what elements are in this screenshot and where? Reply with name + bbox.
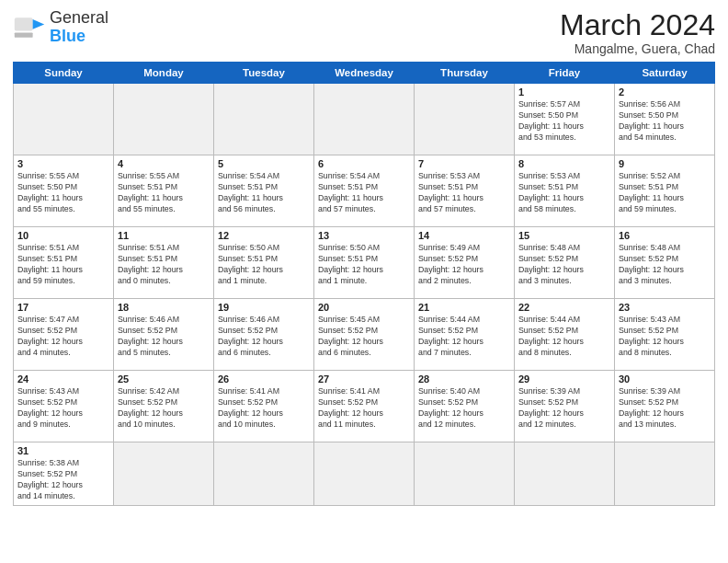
day-info: Sunrise: 5:51 AM Sunset: 5:51 PM Dayligh… xyxy=(118,243,210,287)
header-saturday: Saturday xyxy=(615,63,715,84)
day-info: Sunrise: 5:55 AM Sunset: 5:50 PM Dayligh… xyxy=(17,171,109,215)
header: GeneralBlue March 2024 Mangalme, Guera, … xyxy=(13,9,715,56)
day-number: 24 xyxy=(17,373,109,385)
day-info: Sunrise: 5:43 AM Sunset: 5:52 PM Dayligh… xyxy=(619,315,711,359)
weekday-header-row: Sunday Monday Tuesday Wednesday Thursday… xyxy=(14,63,715,84)
calendar-cell: 6Sunrise: 5:54 AM Sunset: 5:51 PM Daylig… xyxy=(314,155,415,227)
day-number: 20 xyxy=(318,302,410,313)
calendar-cell: 16Sunrise: 5:48 AM Sunset: 5:52 PM Dayli… xyxy=(615,227,715,299)
day-number: 4 xyxy=(118,158,210,169)
day-info: Sunrise: 5:48 AM Sunset: 5:52 PM Dayligh… xyxy=(619,243,711,287)
calendar-cell xyxy=(214,84,314,155)
day-info: Sunrise: 5:54 AM Sunset: 5:51 PM Dayligh… xyxy=(318,171,410,215)
calendar-cell: 30Sunrise: 5:39 AM Sunset: 5:52 PM Dayli… xyxy=(615,371,715,442)
location-subtitle: Mangalme, Guera, Chad xyxy=(560,41,715,56)
calendar-cell: 5Sunrise: 5:54 AM Sunset: 5:51 PM Daylig… xyxy=(214,155,314,227)
calendar-cell: 3Sunrise: 5:55 AM Sunset: 5:50 PM Daylig… xyxy=(14,155,114,227)
calendar-cell xyxy=(314,442,415,506)
calendar-cell: 26Sunrise: 5:41 AM Sunset: 5:52 PM Dayli… xyxy=(214,371,314,442)
calendar-cell: 9Sunrise: 5:52 AM Sunset: 5:51 PM Daylig… xyxy=(615,155,715,227)
day-info: Sunrise: 5:50 AM Sunset: 5:51 PM Dayligh… xyxy=(218,243,310,287)
day-number: 6 xyxy=(318,158,410,169)
day-number: 7 xyxy=(418,158,510,169)
logo-icon xyxy=(13,11,46,44)
calendar-cell: 22Sunrise: 5:44 AM Sunset: 5:52 PM Dayli… xyxy=(515,299,615,371)
calendar-cell xyxy=(114,442,214,506)
day-number: 12 xyxy=(218,230,310,241)
calendar-cell xyxy=(615,442,715,506)
calendar-cell: 17Sunrise: 5:47 AM Sunset: 5:52 PM Dayli… xyxy=(14,299,114,371)
day-number: 22 xyxy=(518,302,610,313)
day-info: Sunrise: 5:47 AM Sunset: 5:52 PM Dayligh… xyxy=(17,315,109,359)
day-info: Sunrise: 5:51 AM Sunset: 5:51 PM Dayligh… xyxy=(17,243,109,287)
calendar-cell: 8Sunrise: 5:53 AM Sunset: 5:51 PM Daylig… xyxy=(515,155,615,227)
header-wednesday: Wednesday xyxy=(314,63,415,84)
calendar-cell: 24Sunrise: 5:43 AM Sunset: 5:52 PM Dayli… xyxy=(14,371,114,442)
day-info: Sunrise: 5:53 AM Sunset: 5:51 PM Dayligh… xyxy=(418,171,510,215)
day-number: 5 xyxy=(218,158,310,169)
day-info: Sunrise: 5:53 AM Sunset: 5:51 PM Dayligh… xyxy=(518,171,610,215)
calendar-cell: 31Sunrise: 5:38 AM Sunset: 5:52 PM Dayli… xyxy=(14,442,114,506)
day-info: Sunrise: 5:41 AM Sunset: 5:52 PM Dayligh… xyxy=(318,386,410,431)
day-info: Sunrise: 5:57 AM Sunset: 5:50 PM Dayligh… xyxy=(518,99,610,144)
calendar-cell: 21Sunrise: 5:44 AM Sunset: 5:52 PM Dayli… xyxy=(415,299,515,371)
calendar-cell: 20Sunrise: 5:45 AM Sunset: 5:52 PM Dayli… xyxy=(314,299,415,371)
calendar-cell: 11Sunrise: 5:51 AM Sunset: 5:51 PM Dayli… xyxy=(114,227,214,299)
day-info: Sunrise: 5:41 AM Sunset: 5:52 PM Dayligh… xyxy=(218,386,310,431)
day-number: 17 xyxy=(17,302,109,313)
day-info: Sunrise: 5:44 AM Sunset: 5:52 PM Dayligh… xyxy=(518,315,610,359)
day-info: Sunrise: 5:54 AM Sunset: 5:51 PM Dayligh… xyxy=(218,171,310,215)
calendar-cell: 10Sunrise: 5:51 AM Sunset: 5:51 PM Dayli… xyxy=(14,227,114,299)
calendar-cell: 1Sunrise: 5:57 AM Sunset: 5:50 PM Daylig… xyxy=(515,84,615,155)
day-info: Sunrise: 5:55 AM Sunset: 5:51 PM Dayligh… xyxy=(118,171,210,215)
calendar-cell: 28Sunrise: 5:40 AM Sunset: 5:52 PM Dayli… xyxy=(415,371,515,442)
calendar-cell xyxy=(114,84,214,155)
day-info: Sunrise: 5:42 AM Sunset: 5:52 PM Dayligh… xyxy=(118,386,210,431)
calendar-cell xyxy=(314,84,415,155)
day-info: Sunrise: 5:49 AM Sunset: 5:52 PM Dayligh… xyxy=(418,243,510,287)
logo-text: GeneralBlue xyxy=(50,9,108,46)
day-info: Sunrise: 5:43 AM Sunset: 5:52 PM Dayligh… xyxy=(17,386,109,431)
calendar-cell: 25Sunrise: 5:42 AM Sunset: 5:52 PM Dayli… xyxy=(114,371,214,442)
month-title: March 2024 xyxy=(560,9,715,41)
header-thursday: Thursday xyxy=(415,63,515,84)
calendar-cell xyxy=(415,84,515,155)
calendar-cell: 12Sunrise: 5:50 AM Sunset: 5:51 PM Dayli… xyxy=(214,227,314,299)
header-sunday: Sunday xyxy=(14,63,114,84)
svg-rect-0 xyxy=(15,17,33,30)
day-number: 27 xyxy=(318,373,410,385)
day-number: 2 xyxy=(619,86,711,98)
day-number: 30 xyxy=(619,373,711,385)
calendar-cell: 19Sunrise: 5:46 AM Sunset: 5:52 PM Dayli… xyxy=(214,299,314,371)
calendar-cell xyxy=(14,84,114,155)
day-number: 13 xyxy=(318,230,410,241)
logo-blue-text: Blue xyxy=(50,27,85,45)
day-number: 16 xyxy=(619,230,711,241)
calendar-cell: 7Sunrise: 5:53 AM Sunset: 5:51 PM Daylig… xyxy=(415,155,515,227)
day-info: Sunrise: 5:38 AM Sunset: 5:52 PM Dayligh… xyxy=(17,458,109,502)
calendar-cell: 23Sunrise: 5:43 AM Sunset: 5:52 PM Dayli… xyxy=(615,299,715,371)
day-info: Sunrise: 5:40 AM Sunset: 5:52 PM Dayligh… xyxy=(418,386,510,431)
calendar-cell: 4Sunrise: 5:55 AM Sunset: 5:51 PM Daylig… xyxy=(114,155,214,227)
day-number: 19 xyxy=(218,302,310,313)
day-number: 10 xyxy=(17,230,109,241)
day-info: Sunrise: 5:50 AM Sunset: 5:51 PM Dayligh… xyxy=(318,243,410,287)
day-number: 29 xyxy=(518,373,610,385)
day-number: 9 xyxy=(619,158,711,169)
day-number: 25 xyxy=(118,373,210,385)
day-number: 28 xyxy=(418,373,510,385)
day-number: 15 xyxy=(518,230,610,241)
day-number: 8 xyxy=(518,158,610,169)
day-info: Sunrise: 5:45 AM Sunset: 5:52 PM Dayligh… xyxy=(318,315,410,359)
calendar-cell xyxy=(214,442,314,506)
day-info: Sunrise: 5:48 AM Sunset: 5:52 PM Dayligh… xyxy=(518,243,610,287)
day-info: Sunrise: 5:56 AM Sunset: 5:50 PM Dayligh… xyxy=(619,99,711,144)
calendar-cell: 29Sunrise: 5:39 AM Sunset: 5:52 PM Dayli… xyxy=(515,371,615,442)
day-info: Sunrise: 5:46 AM Sunset: 5:52 PM Dayligh… xyxy=(118,315,210,359)
calendar-cell: 27Sunrise: 5:41 AM Sunset: 5:52 PM Dayli… xyxy=(314,371,415,442)
day-info: Sunrise: 5:39 AM Sunset: 5:52 PM Dayligh… xyxy=(518,386,610,431)
day-info: Sunrise: 5:46 AM Sunset: 5:52 PM Dayligh… xyxy=(218,315,310,359)
day-info: Sunrise: 5:44 AM Sunset: 5:52 PM Dayligh… xyxy=(418,315,510,359)
calendar-table: Sunday Monday Tuesday Wednesday Thursday… xyxy=(13,62,715,506)
day-number: 26 xyxy=(218,373,310,385)
